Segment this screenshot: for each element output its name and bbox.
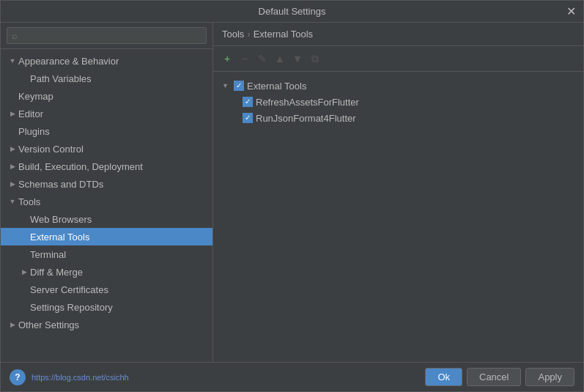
cancel-button[interactable]: Cancel: [467, 368, 521, 386]
sidebar-item-label: Other Settings: [18, 319, 207, 330]
sidebar-item-other-settings[interactable]: ▶Other Settings: [1, 316, 212, 333]
sidebar-item-label: Terminal: [30, 249, 201, 260]
breadcrumb-tools: Tools: [222, 29, 244, 40]
move-down-button[interactable]: ▼: [289, 51, 306, 67]
tool-tree-item[interactable]: RefreshAssetsForFlutter: [219, 94, 577, 110]
tool-tree-root[interactable]: ▼ External Tools: [219, 78, 577, 94]
main-content: ▼Appearance & BehaviorPath VariablesKeym…: [1, 23, 583, 362]
sidebar-item-label: Settings Repository: [30, 302, 207, 313]
sidebar-item-path-variables[interactable]: Path Variables: [1, 70, 212, 87]
breadcrumb-separator: ›: [247, 29, 250, 40]
bottom-bar: ? https://blog.csdn.net/csichh Ok Cancel…: [1, 362, 583, 391]
child-label: RunJsonFormat4Flutter: [256, 113, 356, 124]
sidebar-item-external-tools[interactable]: External Tools: [1, 228, 212, 245]
bottom-right: Ok Cancel Apply: [425, 368, 574, 386]
add-button[interactable]: +: [219, 51, 235, 67]
sidebar-item-label: Tools: [18, 196, 207, 207]
sidebar-item-server-certificates[interactable]: Server Certificates: [1, 281, 212, 298]
sidebar-item-label: External Tools: [30, 232, 207, 243]
move-up-button[interactable]: ▲: [272, 51, 288, 67]
sidebar-item-label: Plugins: [18, 126, 207, 137]
arrow-icon: ▶: [7, 321, 18, 328]
sidebar-item-label: Schemas and DTDs: [18, 179, 201, 190]
sidebar-item-terminal[interactable]: Terminal⧉: [1, 245, 212, 263]
sidebar-item-label: Diff & Merge: [30, 267, 207, 278]
sidebar: ▼Appearance & BehaviorPath VariablesKeym…: [1, 23, 213, 362]
sidebar-item-label: Version Control: [18, 144, 201, 155]
arrow-icon: ▶: [7, 145, 18, 152]
settings-tree: ▼Appearance & BehaviorPath VariablesKeym…: [1, 49, 212, 362]
child-checkbox[interactable]: [243, 113, 253, 123]
remove-button[interactable]: −: [237, 51, 253, 67]
tool-tree-area: ▼ External Tools RefreshAssetsForFlutter…: [213, 72, 583, 362]
bottom-left: ? https://blog.csdn.net/csichh: [10, 369, 129, 385]
arrow-icon: ▶: [7, 180, 18, 188]
arrow-icon: ▶: [7, 110, 18, 117]
sidebar-item-label: Build, Execution, Deployment: [18, 161, 207, 172]
sidebar-item-label: Keymap: [18, 91, 207, 102]
search-bar: [1, 23, 212, 49]
sidebar-item-label: Web Browsers: [30, 214, 207, 225]
sidebar-item-plugins[interactable]: Plugins: [1, 122, 212, 140]
sidebar-item-build-execution[interactable]: ▶Build, Execution, Deployment: [1, 158, 212, 175]
child-label: RefreshAssetsForFlutter: [256, 97, 359, 108]
arrow-icon: ▼: [7, 198, 18, 205]
sidebar-item-settings-repository[interactable]: Settings Repository: [1, 298, 212, 316]
root-label: External Tools: [247, 81, 306, 92]
apply-button[interactable]: Apply: [525, 368, 574, 386]
sidebar-item-web-browsers[interactable]: Web Browsers: [1, 210, 212, 228]
sidebar-item-appearance[interactable]: ▼Appearance & Behavior: [1, 52, 212, 70]
sidebar-item-version-control[interactable]: ▶Version Control⧉: [1, 140, 212, 158]
child-checkbox[interactable]: [243, 97, 253, 107]
breadcrumb-external-tools: External Tools: [254, 29, 313, 40]
tool-tree-item[interactable]: RunJsonFormat4Flutter: [219, 110, 577, 126]
close-button[interactable]: ✕: [566, 6, 576, 18]
search-input[interactable]: [7, 27, 207, 44]
sidebar-item-label: Appearance & Behavior: [18, 56, 207, 67]
breadcrumb: Tools › External Tools: [213, 23, 583, 46]
window-title: Default Settings: [259, 6, 326, 17]
edit-button[interactable]: ✎: [254, 51, 270, 67]
right-panel: Tools › External Tools + − ✎ ▲ ▼ ⧉ ▼ Ext…: [213, 23, 583, 362]
copy-button[interactable]: ⧉: [307, 51, 323, 67]
root-checkbox[interactable]: [234, 81, 244, 91]
sidebar-item-keymap[interactable]: Keymap: [1, 87, 212, 105]
sidebar-item-label: Editor: [18, 108, 207, 119]
title-bar: Default Settings ✕: [1, 1, 583, 23]
expand-icon: ▼: [222, 82, 231, 89]
sidebar-item-editor[interactable]: ▶Editor: [1, 105, 212, 122]
sidebar-item-tools[interactable]: ▼Tools: [1, 193, 212, 210]
arrow-icon: ▼: [7, 57, 18, 64]
ok-button[interactable]: Ok: [425, 368, 462, 386]
sidebar-item-schemas-dtds[interactable]: ▶Schemas and DTDs⧉: [1, 175, 212, 193]
toolbar: + − ✎ ▲ ▼ ⧉: [213, 46, 583, 72]
arrow-icon: ▶: [7, 163, 18, 170]
url-display: https://blog.csdn.net/csichh: [32, 373, 129, 382]
arrow-icon: ▶: [18, 268, 30, 275]
help-button[interactable]: ?: [10, 369, 26, 385]
window: Default Settings ✕ ▼Appearance & Behavio…: [0, 0, 584, 392]
sidebar-item-diff-merge[interactable]: ▶Diff & Merge: [1, 263, 212, 281]
sidebar-item-label: Server Certificates: [30, 284, 207, 295]
sidebar-item-label: Path Variables: [30, 73, 207, 84]
